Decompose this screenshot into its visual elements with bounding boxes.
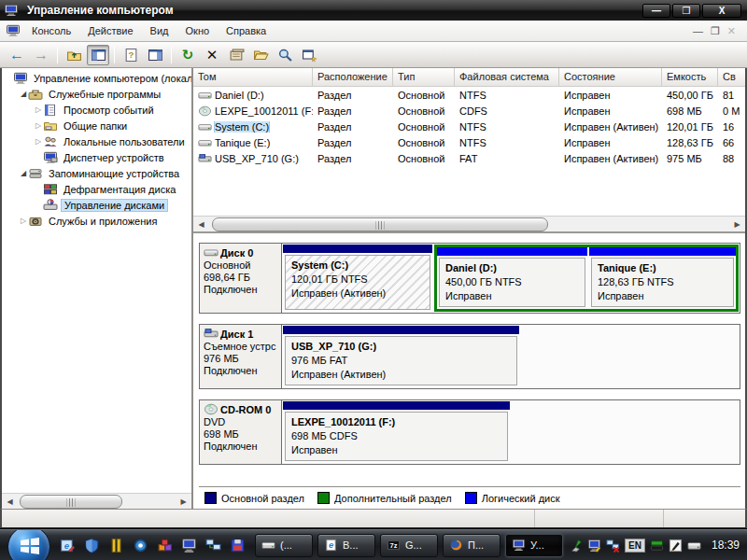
toolbar-back-button[interactable]: ← [6,45,28,65]
column-header[interactable]: Тип [393,68,455,86]
tree-item[interactable]: Дефрагментация диска [2,181,191,197]
mdi-close-button[interactable]: ✕ [727,25,736,37]
tree-item[interactable]: ◢ Служебные программы [2,86,191,102]
toolbar-refresh-button[interactable]: ↻ [176,45,199,65]
toolbar-new-window-button[interactable] [298,45,320,65]
volume-capacity: 698 МБ [662,105,718,117]
volume-row[interactable]: LEXPE_10012011 (F:) Раздел Основной CDFS… [193,103,745,119]
tray-display-settings-icon[interactable] [587,539,601,553]
disk-header[interactable]: Диск 1 Съемное устрс976 МБПодключен [200,325,282,388]
close-button[interactable]: X [702,4,741,18]
tray-usb-safely-remove-icon[interactable] [569,539,583,553]
column-header[interactable]: Емкость [662,68,718,86]
tree-item[interactable]: Диспетчер устройств [2,149,191,165]
volume-row[interactable]: Daniel (D:) Раздел Основной NTFS Исправе… [193,87,745,103]
menu-item[interactable]: Справка [218,22,275,39]
tree-item[interactable]: ▷ Локальные пользователи [2,133,191,149]
language-indicator[interactable]: EN [625,539,645,553]
tree-expanded-icon[interactable]: ◢ [19,90,28,98]
taskbar-button[interactable]: П... [443,534,500,557]
tray-network-error-icon[interactable] [606,539,620,553]
volume-name: System (C:) [215,121,269,133]
menu-item[interactable]: Консоль [23,22,79,39]
tree-item[interactable]: ▷ Службы и приложения [2,213,191,229]
menu-item[interactable]: Окно [177,22,218,39]
tree-item[interactable]: ◢ Запоминающие устройства [2,165,191,181]
scroll-left-icon[interactable]: ◀ [193,217,209,232]
legend: Основной раздел Дополнительный раздел Ло… [199,486,740,509]
toolbar-properties-button[interactable] [225,45,247,65]
partition-block[interactable]: System (C:) 120,01 ГБ NTFS Исправен (Акт… [283,245,432,312]
start-button[interactable] [7,529,50,560]
toolbar-delete-button[interactable]: ✕ [201,45,223,65]
tree-collapsed-icon[interactable]: ▷ [34,137,43,146]
tree-collapsed-icon[interactable]: ▷ [34,105,43,114]
quicklaunch-ie-edit-icon[interactable]: e [60,538,76,553]
menu-item[interactable]: Действие [79,22,141,39]
disk-info: Подключен [204,284,277,295]
mdi-minimize-button[interactable]: — [693,25,703,37]
restore-button[interactable]: ❐ [672,4,700,18]
tray-drive-gray-icon[interactable] [687,539,701,553]
disk-info: Основной [204,259,277,271]
column-header[interactable]: Файловая система [455,68,559,86]
show-console-tree-icon [91,48,106,63]
scroll-left-icon[interactable]: ◀ [2,494,18,510]
volume-row[interactable]: System (C:) Раздел Основной NTFS Исправе… [193,119,745,134]
legend-item: Дополнительный раздел [317,492,452,504]
tree-expanded-icon[interactable]: ◢ [19,169,28,177]
quicklaunch-display-icon[interactable] [181,538,197,553]
toolbar-forward-button[interactable]: → [30,45,52,65]
column-header[interactable]: Св [718,68,743,86]
toolbar-show-action-pane-button[interactable] [144,45,166,65]
toolbar-separator [114,47,115,63]
disk-header[interactable]: Диск 0 Основной698,64 ГБПодключен [200,244,282,313]
volume-list-horizontal-scrollbar[interactable]: ◀ ▶ [193,216,745,231]
toolbar-open-folder-button[interactable] [249,45,272,65]
partition-block[interactable]: Daniel (D:) 450,00 ГБ NTFS Исправен [437,247,587,309]
quicklaunch-cubes-icon[interactable] [157,538,173,553]
scroll-right-icon[interactable]: ▶ [729,217,745,232]
open-folder-icon [253,48,269,63]
scroll-right-icon[interactable]: ▶ [176,494,191,510]
tree-collapsed-icon[interactable]: ▷ [19,217,28,225]
tree-collapsed-icon[interactable]: ▷ [34,121,43,130]
tree-item-label: Диспетчер устройств [61,152,167,163]
partition-block[interactable]: Tanique (E:) 128,63 ГБ NTFS Исправен [589,247,736,309]
column-header[interactable]: Том [193,68,313,86]
mdi-restore-button[interactable]: ❐ [711,25,720,37]
quicklaunch-floppy-icon[interactable] [230,538,246,553]
tray-battery-icon[interactable] [650,539,664,553]
partition-block[interactable]: USB_XP_710 (G:) 976 МБ FAT Исправен (Акт… [283,326,519,387]
taskbar-button[interactable]: 7z G... [380,534,438,557]
partition-block[interactable]: LEXPE_10012011 (F:) 698 МБ CDFS Исправен [283,401,510,463]
menu-item[interactable]: Вид [142,22,177,39]
toolbar-show-console-tree-button[interactable] [87,45,109,65]
tree-item-label: Общие папки [61,120,130,132]
column-header[interactable]: Расположение [313,68,393,86]
disk-header[interactable]: CD-ROM 0 DVD698 МБПодключен [200,400,282,464]
volume-status: Исправен (Активен) [559,153,662,164]
taskbar-clock[interactable]: 18:39 [712,539,740,552]
tree-item-label: Просмотр событий [61,105,157,116]
volume-row[interactable]: Tanique (E:) Раздел Основной NTFS Исправ… [193,134,745,150]
quicklaunch-network-computers-icon[interactable] [205,538,221,553]
quicklaunch-shield-icon[interactable] [84,538,100,553]
toolbar-help-doc-button[interactable]: ? [120,45,142,65]
tree-item[interactable]: Управление компьютером (локал [2,70,191,86]
taskbar-button[interactable]: У... [505,534,563,557]
volume-row[interactable]: USB_XP_710 (G:) Раздел Основной FAT Испр… [193,150,745,166]
minimize-button[interactable]: — [642,4,670,18]
column-header[interactable]: Состояние [559,68,662,86]
quicklaunch-film-icon[interactable] [108,538,124,553]
toolbar-search-button[interactable] [274,45,296,65]
tree-item[interactable]: Управление дисками [2,197,191,213]
tree-item[interactable]: ▷ Общие папки [2,118,191,133]
toolbar-up-folder-button[interactable] [63,45,85,65]
tree-item[interactable]: ▷ Просмотр событий [2,102,191,118]
taskbar-button[interactable]: (... [255,534,313,557]
tree-horizontal-scrollbar[interactable]: ◀ ▶ [2,493,191,509]
quicklaunch-gear-icon[interactable] [133,538,148,553]
taskbar-button[interactable]: e B... [317,534,375,557]
tray-paintbrush-icon[interactable] [669,539,683,553]
